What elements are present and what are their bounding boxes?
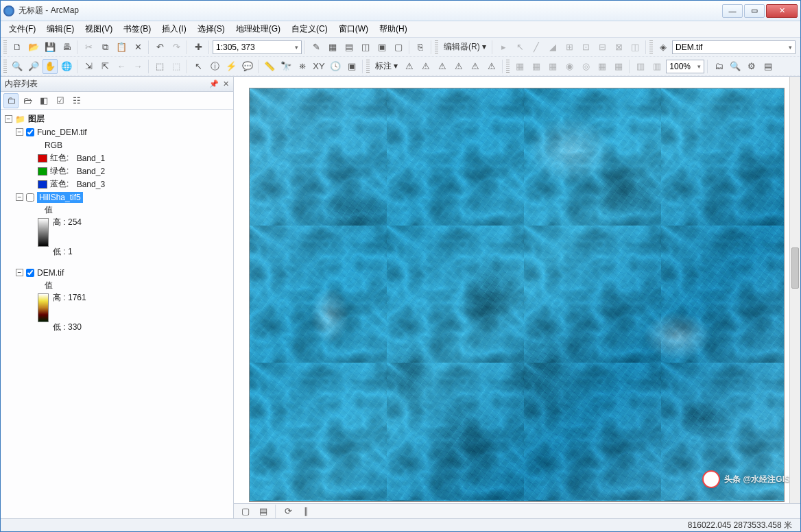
goto-xy-icon[interactable]: XY xyxy=(311,59,326,74)
cut-icon[interactable]: ✂ xyxy=(81,40,96,55)
layout-view-icon[interactable]: ▤ xyxy=(256,504,271,519)
time-slider-icon[interactable]: 🕓 xyxy=(328,59,343,74)
viewer-icon[interactable]: ▣ xyxy=(344,59,359,74)
catalog-icon[interactable]: 🗂 xyxy=(711,59,726,74)
editor-menu[interactable]: 编辑器(R) ▾ xyxy=(441,41,489,53)
map-canvas[interactable] xyxy=(249,88,785,502)
vertical-scrollbar[interactable] xyxy=(789,77,800,503)
lbl2-icon[interactable]: ⚠ xyxy=(418,59,433,74)
list-by-drawing-icon[interactable]: 🗀 xyxy=(3,93,19,108)
layer-name[interactable]: Func_DEM.tif xyxy=(37,128,87,137)
collapse-icon[interactable]: − xyxy=(16,269,23,276)
geo2-icon[interactable]: ▦ xyxy=(529,59,544,74)
back-icon[interactable]: ← xyxy=(114,59,129,74)
ed6-icon[interactable]: ⊡ xyxy=(578,40,593,55)
ed7-icon[interactable]: ⊟ xyxy=(595,40,610,55)
menu-view[interactable]: 视图(V) xyxy=(81,22,117,36)
close-panel-icon[interactable]: ✕ xyxy=(223,80,229,88)
lbl5-icon[interactable]: ⚠ xyxy=(468,59,483,74)
ed5-icon[interactable]: ⊞ xyxy=(562,40,577,55)
pan-icon[interactable]: ✋ xyxy=(43,59,58,74)
tool5-icon[interactable]: ▢ xyxy=(391,40,406,55)
maximize-button[interactable]: ▭ xyxy=(744,4,765,18)
zoom-in-icon[interactable]: 🔍 xyxy=(10,59,25,74)
tool1-icon[interactable]: ▦ xyxy=(325,40,340,55)
fixed-zoom-out-icon[interactable]: ⇱ xyxy=(97,59,112,74)
find-route-icon[interactable]: ⛯ xyxy=(295,59,310,74)
ed4-icon[interactable]: ◢ xyxy=(545,40,560,55)
geo7-icon[interactable]: ▦ xyxy=(611,59,626,74)
layer-combo[interactable]: DEM.tif▾ xyxy=(672,40,796,54)
ed1-icon[interactable]: ▸ xyxy=(496,40,511,55)
editor-toolbar-icon[interactable]: ✎ xyxy=(309,40,324,55)
menu-edit[interactable]: 编辑(E) xyxy=(43,22,78,36)
full-extent-icon[interactable]: 🌐 xyxy=(59,59,74,74)
collapse-icon[interactable]: − xyxy=(16,193,23,201)
menu-bookmark[interactable]: 书签(B) xyxy=(119,22,155,36)
list-by-selection-icon[interactable]: ☑ xyxy=(53,93,68,108)
list-by-source-icon[interactable]: 🗁 xyxy=(20,93,35,108)
data-view-icon[interactable]: ▢ xyxy=(238,504,253,519)
pointer-icon[interactable]: ↖ xyxy=(191,59,206,74)
delete-icon[interactable]: ✕ xyxy=(130,40,145,55)
menu-customize[interactable]: 自定义(C) xyxy=(287,22,332,36)
tool3-icon[interactable]: ◫ xyxy=(358,40,373,55)
hyperlink-icon[interactable]: ⚡ xyxy=(224,59,239,74)
tool6-icon[interactable]: ⎘ xyxy=(413,40,428,55)
ed3-icon[interactable]: ╱ xyxy=(529,40,544,55)
forward-icon[interactable]: → xyxy=(130,59,145,74)
copy-icon[interactable]: ⧉ xyxy=(97,40,112,55)
layer-checkbox[interactable] xyxy=(26,193,34,202)
close-button[interactable]: ✕ xyxy=(766,4,798,18)
clear-selection-icon[interactable]: ⬚ xyxy=(169,59,184,74)
minimize-button[interactable]: — xyxy=(722,4,743,18)
add-data-icon[interactable]: ✚ xyxy=(191,40,206,55)
layer-name[interactable]: HillSha_tif5 xyxy=(37,192,83,203)
scale-combo[interactable]: 1:305, 373▾ xyxy=(213,40,302,54)
lbl6-icon[interactable]: ⚠ xyxy=(484,59,499,74)
print-icon[interactable]: 🖶 xyxy=(59,40,74,55)
geo1-icon[interactable]: ▦ xyxy=(512,59,527,74)
menu-help[interactable]: 帮助(H) xyxy=(375,22,411,36)
select-features-icon[interactable]: ⬚ xyxy=(152,59,167,74)
collapse-icon[interactable]: − xyxy=(5,115,12,123)
geo3-icon[interactable]: ▦ xyxy=(545,59,560,74)
layer-name[interactable]: DEM.tif xyxy=(37,268,64,278)
redo-icon[interactable]: ↷ xyxy=(169,40,184,55)
toc-tree[interactable]: −📁图层 −Func_DEM.tif RGB 红色: Band_1 绿色: Ba… xyxy=(1,110,233,518)
fixed-zoom-in-icon[interactable]: ⇲ xyxy=(81,59,96,74)
geo4-icon[interactable]: ◉ xyxy=(562,59,577,74)
find-icon[interactable]: 🔭 xyxy=(278,59,294,74)
menu-select[interactable]: 选择(S) xyxy=(193,22,229,36)
tool4-icon[interactable]: ▣ xyxy=(374,40,390,55)
layer-props-icon[interactable]: ◈ xyxy=(656,40,671,55)
new-icon[interactable]: 🗋 xyxy=(10,40,25,55)
menu-insert[interactable]: 插入(I) xyxy=(158,22,190,36)
layer-checkbox[interactable] xyxy=(26,128,34,136)
percent-combo[interactable]: 100%▾ xyxy=(666,60,704,73)
ed8-icon[interactable]: ⊠ xyxy=(611,40,626,55)
geo9-icon[interactable]: ▥ xyxy=(649,59,665,74)
geo5-icon[interactable]: ◎ xyxy=(578,59,593,74)
open-icon[interactable]: 📂 xyxy=(26,40,41,55)
menu-file[interactable]: 文件(F) xyxy=(5,22,40,36)
undo-icon[interactable]: ↶ xyxy=(152,40,167,55)
label-menu[interactable]: 标注 ▾ xyxy=(372,60,400,72)
arcTool-icon[interactable]: ⚙ xyxy=(744,59,759,74)
zoom-out-icon[interactable]: 🔎 xyxy=(26,59,41,74)
pause-icon[interactable]: ∥ xyxy=(298,504,313,519)
menu-window[interactable]: 窗口(W) xyxy=(335,22,372,36)
lbl4-icon[interactable]: ⚠ xyxy=(451,59,466,74)
collapse-icon[interactable]: − xyxy=(16,128,23,136)
paste-icon[interactable]: 📋 xyxy=(114,40,129,55)
identify-icon[interactable]: ⓘ xyxy=(207,59,222,74)
geo8-icon[interactable]: ▥ xyxy=(633,59,648,74)
list-by-visibility-icon[interactable]: ◧ xyxy=(36,93,51,108)
ed2-icon[interactable]: ↖ xyxy=(512,40,527,55)
save-icon[interactable]: 💾 xyxy=(43,40,58,55)
options-icon[interactable]: ☷ xyxy=(69,93,84,108)
search-icon[interactable]: 🔍 xyxy=(728,59,743,74)
lbl3-icon[interactable]: ⚠ xyxy=(435,59,450,74)
measure-icon[interactable]: 📏 xyxy=(262,59,277,74)
python-icon[interactable]: ▤ xyxy=(761,59,776,74)
